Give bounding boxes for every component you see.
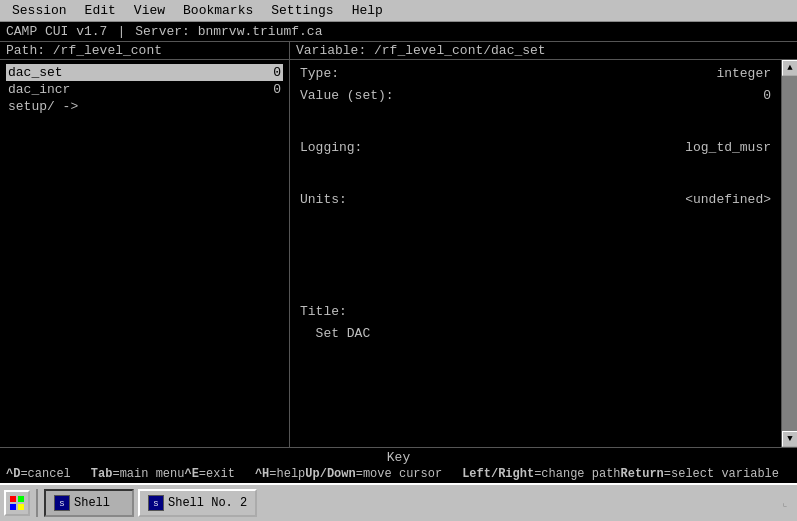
path-item-value: 0 <box>273 65 281 80</box>
variable-section: Variable: /rf_level_cont/dac_set <box>290 42 797 59</box>
key-bar-content: ^D=cancel Tab=main menu ^E=exit ^H=help … <box>6 466 791 483</box>
path-variable-bar: Path: /rf_level_cont Variable: /rf_level… <box>0 42 797 60</box>
key-return-label: =select variable <box>664 467 779 481</box>
key-leftright-name: Left/Right <box>462 467 534 481</box>
key-group-mid-right: Up/Down=move cursor Left/Right=change pa… <box>305 467 620 481</box>
key-updown-label: =move cursor <box>356 467 442 481</box>
key-updown: Up/Down=move cursor <box>305 467 442 481</box>
key-leftright: Left/Right=change path <box>462 467 620 481</box>
menu-bookmarks[interactable]: Bookmarks <box>175 2 261 19</box>
terminal-title-bar: CAMP CUI v1.7 | Server: bnmrvw.triumf.ca <box>0 22 797 42</box>
key-group-left: ^D=cancel Tab=main menu <box>6 467 184 481</box>
key-tab-name: Tab <box>91 467 113 481</box>
var-value-logging: log_td_musr <box>685 140 771 155</box>
var-label-logging: Logging: <box>300 140 362 155</box>
var-label-units: Units: <box>300 192 347 207</box>
svg-rect-0 <box>10 496 16 502</box>
key-group-mid-left: ^E=exit ^H=help <box>184 467 305 481</box>
shell2-icon: S <box>148 495 164 511</box>
key-tab-label: =main menu <box>112 467 184 481</box>
var-value-units: <undefined> <box>685 192 771 207</box>
menu-bar: Session Edit View Bookmarks Settings Hel… <box>0 0 797 22</box>
key-cancel-name: ^D <box>6 467 20 481</box>
variable-label: Variable: /rf_level_cont/dac_set <box>296 43 546 58</box>
var-spacer-1 <box>300 108 771 138</box>
var-row-type: Type: integer <box>300 64 771 86</box>
menu-settings[interactable]: Settings <box>263 2 341 19</box>
terminal-area: CAMP CUI v1.7 | Server: bnmrvw.triumf.ca… <box>0 22 797 483</box>
menu-view[interactable]: View <box>126 2 173 19</box>
path-section: Path: /rf_level_cont <box>0 42 290 59</box>
scroll-up-button[interactable]: ▲ <box>782 60 797 76</box>
key-tab: Tab=main menu <box>91 467 185 481</box>
var-value-title: Set DAC <box>300 326 370 341</box>
var-spacer-2 <box>300 160 771 190</box>
path-item-name: dac_incr <box>8 82 70 97</box>
key-group-right: Return=select variable Space=update vari… <box>621 467 797 481</box>
key-exit-label: =exit <box>199 467 235 481</box>
menu-edit[interactable]: Edit <box>77 2 124 19</box>
var-label-value: Value (set): <box>300 88 394 103</box>
path-label: Path: /rf_level_cont <box>6 43 162 58</box>
camp-title: CAMP CUI v1.7 <box>6 24 107 39</box>
scrollbar: ▲ ▼ <box>781 60 797 447</box>
right-pane: Type: integer Value (set): 0 Logging: lo… <box>290 60 781 447</box>
var-spacer-5 <box>300 272 771 302</box>
var-row-title-value: Set DAC <box>300 324 771 346</box>
taskbar-shell-button[interactable]: S Shell <box>44 489 134 517</box>
resize-grip: ⌞ <box>777 495 793 511</box>
key-cancel: ^D=cancel <box>6 467 71 481</box>
taskbar-shell2-button[interactable]: S Shell No. 2 <box>138 489 257 517</box>
key-bar: Key ^D=cancel Tab=main menu ^E=exit ^H=h… <box>0 447 797 483</box>
path-item-name: dac_set <box>8 65 63 80</box>
key-return-name: Return <box>621 467 664 481</box>
key-exit-name: ^E <box>184 467 198 481</box>
start-button[interactable] <box>4 490 30 516</box>
shell2-button-label: Shell No. 2 <box>168 496 247 510</box>
key-help: ^H=help <box>255 467 305 481</box>
key-help-name: ^H <box>255 467 269 481</box>
svg-rect-1 <box>18 496 24 502</box>
key-leftright-label: =change path <box>534 467 620 481</box>
var-spacer-3 <box>300 212 771 242</box>
var-value-value: 0 <box>763 88 771 103</box>
path-item-name: setup/ -> <box>8 99 78 114</box>
key-cancel-label: =cancel <box>20 467 70 481</box>
server-label: Server: bnmrvw.triumf.ca <box>135 24 322 39</box>
path-item-value: 0 <box>273 82 281 97</box>
path-item-dac-incr[interactable]: dac_incr 0 <box>6 81 283 98</box>
title-separator: | <box>117 24 125 39</box>
key-exit: ^E=exit <box>184 467 234 481</box>
key-help-label: =help <box>269 467 305 481</box>
shell-icon: S <box>54 495 70 511</box>
path-item-dac-set[interactable]: dac_set 0 <box>6 64 283 81</box>
left-pane: dac_set 0 dac_incr 0 setup/ -> <box>0 60 290 447</box>
shell-button-label: Shell <box>74 496 110 510</box>
menu-help[interactable]: Help <box>344 2 391 19</box>
key-bar-title: Key <box>6 450 791 465</box>
var-row-title-label: Title: <box>300 302 771 324</box>
svg-rect-3 <box>18 504 24 510</box>
scroll-down-button[interactable]: ▼ <box>782 431 797 447</box>
var-value-type: integer <box>716 66 771 81</box>
var-row-units: Units: <undefined> <box>300 190 771 212</box>
content-area: dac_set 0 dac_incr 0 setup/ -> Type: int… <box>0 60 797 447</box>
scroll-track[interactable] <box>782 76 797 431</box>
key-return: Return=select variable <box>621 467 779 481</box>
var-row-logging: Logging: log_td_musr <box>300 138 771 160</box>
var-row-value: Value (set): 0 <box>300 86 771 108</box>
start-icon <box>10 496 24 510</box>
taskbar: S Shell S Shell No. 2 ⌞ <box>0 483 797 521</box>
var-spacer-4 <box>300 242 771 272</box>
var-label-title: Title: <box>300 304 347 319</box>
key-updown-name: Up/Down <box>305 467 355 481</box>
svg-rect-2 <box>10 504 16 510</box>
menu-session[interactable]: Session <box>4 2 75 19</box>
var-label-type: Type: <box>300 66 339 81</box>
path-item-setup[interactable]: setup/ -> <box>6 98 283 115</box>
taskbar-separator <box>36 489 38 517</box>
